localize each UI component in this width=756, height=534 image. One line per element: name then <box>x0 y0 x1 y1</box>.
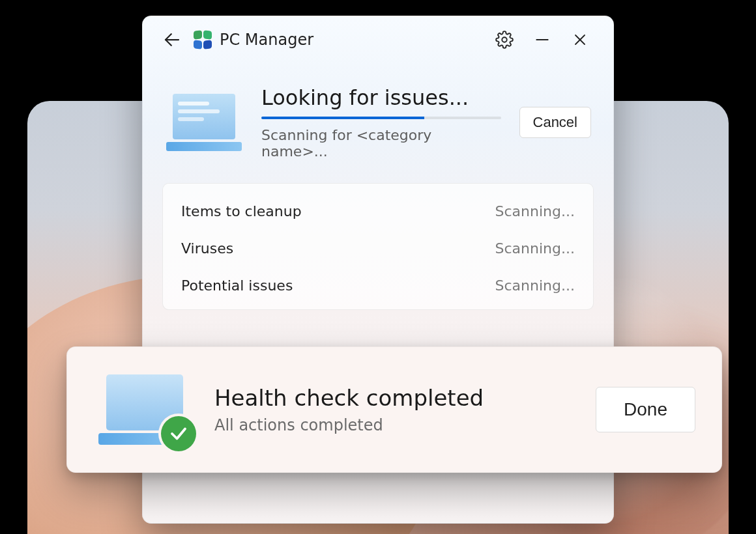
check-icon <box>161 416 196 451</box>
category-status: Scanning... <box>495 240 575 257</box>
title-cluster: PC Manager <box>194 31 313 49</box>
svg-rect-8 <box>178 117 204 121</box>
arrow-left-icon <box>162 30 182 49</box>
cancel-button[interactable]: Cancel <box>519 107 591 138</box>
app-title: PC Manager <box>220 31 313 49</box>
category-row: Items to cleanup Scanning... <box>180 193 576 230</box>
scan-title: Looking for issues... <box>261 85 501 110</box>
minimize-button[interactable] <box>523 24 561 55</box>
close-icon <box>572 32 588 48</box>
category-name: Items to cleanup <box>181 203 302 219</box>
svg-point-1 <box>502 37 506 42</box>
laptop-icon <box>165 91 243 154</box>
settings-button[interactable] <box>486 24 523 55</box>
back-button[interactable] <box>153 24 191 55</box>
close-button[interactable] <box>561 24 599 55</box>
svg-rect-9 <box>166 142 242 151</box>
gear-icon <box>495 31 514 49</box>
titlebar: PC Manager <box>143 16 613 63</box>
category-row: Viruses Scanning... <box>180 230 576 267</box>
scan-subtitle: Scanning for <category name>... <box>261 127 501 160</box>
app-logo-icon <box>194 31 212 49</box>
done-button[interactable]: Done <box>596 387 695 432</box>
svg-rect-6 <box>178 102 209 105</box>
svg-rect-7 <box>178 109 220 113</box>
minimize-icon <box>534 31 551 48</box>
category-status: Scanning... <box>495 203 575 219</box>
category-status: Scanning... <box>495 277 575 294</box>
category-row: Potential issues Scanning... <box>180 267 576 304</box>
scan-progress-fill <box>261 117 424 119</box>
scan-progress-bar <box>261 117 501 119</box>
banner-title: Health check completed <box>214 385 575 411</box>
svg-rect-5 <box>173 94 235 139</box>
laptop-check-icon <box>96 371 194 449</box>
category-name: Viruses <box>181 240 233 257</box>
category-name: Potential issues <box>181 277 293 294</box>
banner-subtitle: All actions completed <box>214 416 575 434</box>
scan-header: Looking for issues... Scanning for <cate… <box>143 63 613 176</box>
completion-banner: Health check completed All actions compl… <box>66 346 722 473</box>
scan-categories-card: Items to cleanup Scanning... Viruses Sca… <box>162 183 594 310</box>
